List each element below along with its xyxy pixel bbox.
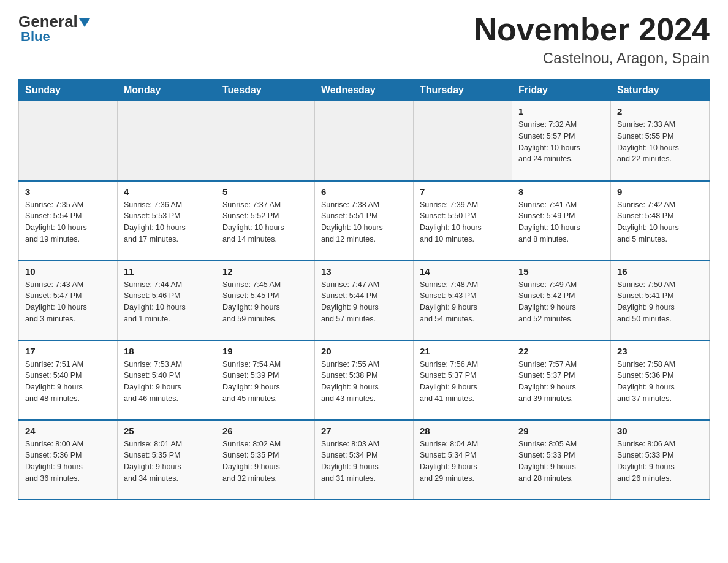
day-number: 4: [124, 186, 210, 197]
day-info: Sunrise: 7:36 AM Sunset: 5:53 PM Dayligh…: [124, 199, 210, 245]
day-info: Sunrise: 7:43 AM Sunset: 5:47 PM Dayligh…: [25, 279, 111, 325]
calendar-cell: 21Sunrise: 7:56 AM Sunset: 5:37 PM Dayli…: [414, 340, 512, 420]
day-info: Sunrise: 7:54 AM Sunset: 5:39 PM Dayligh…: [222, 359, 308, 405]
day-number: 16: [617, 266, 703, 277]
calendar-cell: [315, 101, 414, 181]
day-info: Sunrise: 8:06 AM Sunset: 5:33 PM Dayligh…: [617, 439, 703, 484]
day-number: 27: [321, 426, 407, 436]
day-info: Sunrise: 7:50 AM Sunset: 5:41 PM Dayligh…: [617, 279, 703, 325]
month-title: November 2024: [474, 12, 710, 47]
day-info: Sunrise: 7:42 AM Sunset: 5:48 PM Dayligh…: [617, 199, 703, 245]
logo-general-text: General: [18, 12, 90, 31]
location-title: Castelnou, Aragon, Spain: [474, 50, 710, 67]
weekday-header-tuesday: Tuesday: [216, 80, 315, 101]
day-info: Sunrise: 8:02 AM Sunset: 5:35 PM Dayligh…: [222, 439, 308, 484]
calendar-cell: 8Sunrise: 7:41 AM Sunset: 5:49 PM Daylig…: [512, 181, 611, 261]
weekday-header-friday: Friday: [512, 80, 611, 101]
calendar-cell: 14Sunrise: 7:48 AM Sunset: 5:43 PM Dayli…: [414, 261, 512, 340]
day-info: Sunrise: 7:41 AM Sunset: 5:49 PM Dayligh…: [518, 199, 604, 245]
day-number: 29: [518, 426, 604, 436]
calendar-cell: 2Sunrise: 7:33 AM Sunset: 5:55 PM Daylig…: [611, 101, 710, 181]
calendar-cell: 1Sunrise: 7:32 AM Sunset: 5:57 PM Daylig…: [512, 101, 611, 181]
calendar-cell: 10Sunrise: 7:43 AM Sunset: 5:47 PM Dayli…: [19, 261, 118, 340]
day-number: 22: [518, 346, 604, 356]
day-number: 2: [617, 106, 703, 117]
calendar-cell: 13Sunrise: 7:47 AM Sunset: 5:44 PM Dayli…: [315, 261, 414, 340]
calendar-week-row: 1Sunrise: 7:32 AM Sunset: 5:57 PM Daylig…: [19, 101, 710, 181]
calendar-cell: 29Sunrise: 8:05 AM Sunset: 5:33 PM Dayli…: [512, 420, 611, 500]
day-number: 6: [321, 186, 407, 197]
weekday-header-thursday: Thursday: [414, 80, 512, 101]
day-number: 15: [518, 266, 604, 277]
calendar-table: SundayMondayTuesdayWednesdayThursdayFrid…: [18, 79, 710, 500]
calendar-header-row: SundayMondayTuesdayWednesdayThursdayFrid…: [19, 80, 710, 101]
day-info: Sunrise: 7:53 AM Sunset: 5:40 PM Dayligh…: [124, 359, 210, 405]
day-info: Sunrise: 7:57 AM Sunset: 5:37 PM Dayligh…: [518, 359, 604, 405]
calendar-week-row: 17Sunrise: 7:51 AM Sunset: 5:40 PM Dayli…: [19, 340, 710, 420]
day-info: Sunrise: 7:48 AM Sunset: 5:43 PM Dayligh…: [420, 279, 506, 325]
day-info: Sunrise: 7:33 AM Sunset: 5:55 PM Dayligh…: [617, 119, 703, 165]
calendar-cell: 30Sunrise: 8:06 AM Sunset: 5:33 PM Dayli…: [611, 420, 710, 500]
calendar-week-row: 3Sunrise: 7:35 AM Sunset: 5:54 PM Daylig…: [19, 181, 710, 261]
calendar-cell: 18Sunrise: 7:53 AM Sunset: 5:40 PM Dayli…: [118, 340, 216, 420]
calendar-cell: 27Sunrise: 8:03 AM Sunset: 5:34 PM Dayli…: [315, 420, 414, 500]
calendar-cell: 15Sunrise: 7:49 AM Sunset: 5:42 PM Dayli…: [512, 261, 611, 340]
calendar-cell: [19, 101, 118, 181]
weekday-header-saturday: Saturday: [611, 80, 710, 101]
day-info: Sunrise: 7:51 AM Sunset: 5:40 PM Dayligh…: [25, 359, 111, 405]
day-number: 11: [124, 266, 210, 277]
weekday-header-wednesday: Wednesday: [315, 80, 414, 101]
calendar-cell: 22Sunrise: 7:57 AM Sunset: 5:37 PM Dayli…: [512, 340, 611, 420]
day-info: Sunrise: 7:37 AM Sunset: 5:52 PM Dayligh…: [222, 199, 308, 245]
day-info: Sunrise: 7:49 AM Sunset: 5:42 PM Dayligh…: [518, 279, 604, 325]
day-info: Sunrise: 8:04 AM Sunset: 5:34 PM Dayligh…: [420, 439, 506, 484]
calendar-cell: 9Sunrise: 7:42 AM Sunset: 5:48 PM Daylig…: [611, 181, 710, 261]
weekday-header-sunday: Sunday: [19, 80, 118, 101]
day-number: 19: [222, 346, 308, 356]
day-number: 1: [518, 106, 604, 117]
day-number: 26: [222, 426, 308, 436]
day-info: Sunrise: 7:47 AM Sunset: 5:44 PM Dayligh…: [321, 279, 407, 325]
day-number: 25: [124, 426, 210, 436]
day-info: Sunrise: 8:03 AM Sunset: 5:34 PM Dayligh…: [321, 439, 407, 484]
day-info: Sunrise: 7:38 AM Sunset: 5:51 PM Dayligh…: [321, 199, 407, 245]
calendar-cell: 7Sunrise: 7:39 AM Sunset: 5:50 PM Daylig…: [414, 181, 512, 261]
day-number: 18: [124, 346, 210, 356]
page-header: General Blue November 2024 Castelnou, Ar…: [18, 12, 710, 67]
day-number: 23: [617, 346, 703, 356]
calendar-cell: 19Sunrise: 7:54 AM Sunset: 5:39 PM Dayli…: [216, 340, 315, 420]
day-info: Sunrise: 7:55 AM Sunset: 5:38 PM Dayligh…: [321, 359, 407, 405]
calendar-week-row: 10Sunrise: 7:43 AM Sunset: 5:47 PM Dayli…: [19, 261, 710, 340]
day-info: Sunrise: 7:35 AM Sunset: 5:54 PM Dayligh…: [25, 199, 111, 245]
title-block: November 2024 Castelnou, Aragon, Spain: [474, 12, 710, 67]
calendar-cell: 6Sunrise: 7:38 AM Sunset: 5:51 PM Daylig…: [315, 181, 414, 261]
day-number: 14: [420, 266, 506, 277]
day-number: 12: [222, 266, 308, 277]
day-number: 13: [321, 266, 407, 277]
day-info: Sunrise: 7:56 AM Sunset: 5:37 PM Dayligh…: [420, 359, 506, 405]
day-info: Sunrise: 7:44 AM Sunset: 5:46 PM Dayligh…: [124, 279, 210, 325]
calendar-cell: 28Sunrise: 8:04 AM Sunset: 5:34 PM Dayli…: [414, 420, 512, 500]
day-info: Sunrise: 7:39 AM Sunset: 5:50 PM Dayligh…: [420, 199, 506, 245]
calendar-cell: 11Sunrise: 7:44 AM Sunset: 5:46 PM Dayli…: [118, 261, 216, 340]
day-number: 30: [617, 426, 703, 436]
calendar-cell: [118, 101, 216, 181]
calendar-cell: 17Sunrise: 7:51 AM Sunset: 5:40 PM Dayli…: [19, 340, 118, 420]
day-info: Sunrise: 7:58 AM Sunset: 5:36 PM Dayligh…: [617, 359, 703, 405]
calendar-cell: 26Sunrise: 8:02 AM Sunset: 5:35 PM Dayli…: [216, 420, 315, 500]
day-number: 10: [25, 266, 111, 277]
calendar-cell: 12Sunrise: 7:45 AM Sunset: 5:45 PM Dayli…: [216, 261, 315, 340]
day-info: Sunrise: 7:32 AM Sunset: 5:57 PM Dayligh…: [518, 119, 604, 165]
calendar-week-row: 24Sunrise: 8:00 AM Sunset: 5:36 PM Dayli…: [19, 420, 710, 500]
day-number: 7: [420, 186, 506, 197]
calendar-cell: 5Sunrise: 7:37 AM Sunset: 5:52 PM Daylig…: [216, 181, 315, 261]
calendar-cell: 3Sunrise: 7:35 AM Sunset: 5:54 PM Daylig…: [19, 181, 118, 261]
calendar-cell: 4Sunrise: 7:36 AM Sunset: 5:53 PM Daylig…: [118, 181, 216, 261]
day-info: Sunrise: 7:45 AM Sunset: 5:45 PM Dayligh…: [222, 279, 308, 325]
weekday-header-monday: Monday: [118, 80, 216, 101]
day-number: 28: [420, 426, 506, 436]
day-info: Sunrise: 8:05 AM Sunset: 5:33 PM Dayligh…: [518, 439, 604, 484]
day-number: 5: [222, 186, 308, 197]
day-number: 24: [25, 426, 111, 436]
logo-blue-text: Blue: [21, 29, 50, 45]
